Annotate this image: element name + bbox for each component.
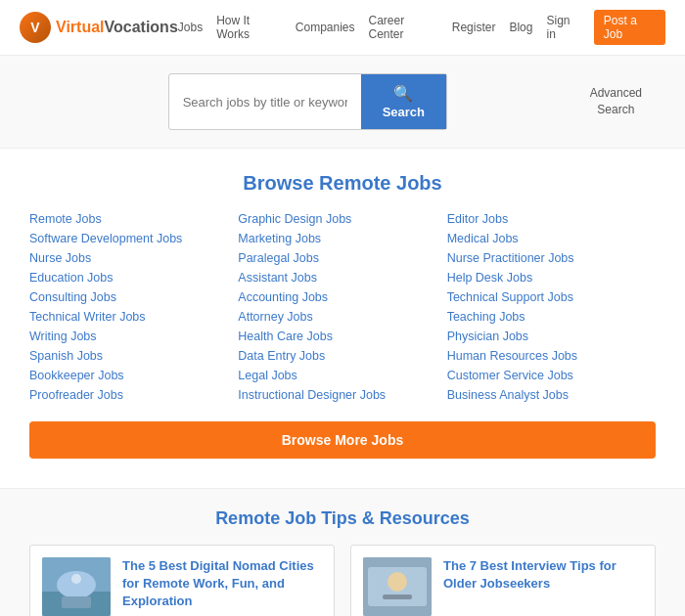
list-item[interactable]: Human Resources Jobs [447, 349, 656, 363]
nav-career-center[interactable]: Career Center [369, 14, 438, 41]
tips-grid: The 5 Best Digital Nomad Cities for Remo… [29, 545, 656, 616]
svg-point-4 [71, 574, 81, 584]
list-item[interactable]: Customer Service Jobs [447, 369, 656, 382]
list-item[interactable]: Accounting Jobs [238, 290, 446, 304]
list-item[interactable]: Technical Support Jobs [447, 290, 656, 304]
list-item[interactable]: Consulting Jobs [29, 290, 238, 304]
jobs-col-2: Graphic Design Jobs Marketing Jobs Paral… [238, 212, 446, 402]
tip-card-1[interactable]: The 5 Best Digital Nomad Cities for Remo… [29, 545, 335, 616]
list-item[interactable]: Nurse Jobs [29, 251, 238, 265]
browse-section: Browse Remote Jobs Remote Jobs Software … [0, 149, 685, 488]
tips-title: Remote Job Tips & Resources [29, 508, 656, 529]
list-item[interactable]: Marketing Jobs [238, 232, 446, 245]
list-item[interactable]: Proofreader Jobs [29, 388, 238, 402]
list-item[interactable]: Medical Jobs [447, 232, 656, 245]
tip-title-1: The 5 Best Digital Nomad Cities for Remo… [122, 557, 322, 611]
nav-register[interactable]: Register [452, 21, 496, 34]
list-item[interactable]: Technical Writer Jobs [29, 310, 238, 324]
list-item[interactable]: Remote Jobs [29, 212, 238, 226]
logo[interactable]: V VirtualVocations [20, 12, 178, 43]
list-item[interactable]: Bookkeeper Jobs [29, 369, 238, 382]
list-item[interactable]: Editor Jobs [447, 212, 656, 226]
list-item[interactable]: Data Entry Jobs [238, 349, 446, 363]
tip-thumb-1 [42, 557, 111, 616]
list-item[interactable]: Paralegal Jobs [238, 251, 446, 265]
list-item[interactable]: Graphic Design Jobs [238, 212, 446, 226]
search-section: 🔍 Search Advanced Search [0, 56, 685, 149]
list-item[interactable]: Business Analyst Jobs [447, 388, 656, 402]
jobs-grid: Remote Jobs Software Development Jobs Nu… [29, 212, 656, 402]
tip-card-2[interactable]: The 7 Best Interview Tips for Older Jobs… [350, 545, 656, 616]
nav-sign-in[interactable]: Sign in [546, 14, 579, 41]
nav-blog[interactable]: Blog [509, 21, 532, 34]
list-item[interactable]: Health Care Jobs [238, 330, 446, 343]
tips-section: Remote Job Tips & Resources The 5 Best D… [0, 488, 685, 616]
search-button-label: Search [383, 105, 425, 119]
tip-thumb-2 [363, 557, 432, 616]
list-item[interactable]: Software Development Jobs [29, 232, 238, 245]
list-item[interactable]: Physician Jobs [447, 330, 656, 343]
list-item[interactable]: Help Desk Jobs [447, 271, 656, 285]
search-wrapper: 🔍 Search Advanced Search [39, 73, 646, 130]
list-item[interactable]: Nurse Practitioner Jobs [447, 251, 656, 265]
svg-rect-8 [383, 594, 412, 599]
tip-title-2: The 7 Best Interview Tips for Older Jobs… [443, 557, 643, 593]
jobs-col-1: Remote Jobs Software Development Jobs Nu… [29, 212, 238, 402]
browse-title: Browse Remote Jobs [29, 172, 656, 195]
list-item[interactable]: Teaching Jobs [447, 310, 656, 324]
search-input[interactable] [169, 74, 361, 129]
logo-icon: V [20, 12, 51, 43]
main-nav: Jobs How It Works Companies Career Cente… [178, 10, 665, 45]
list-item[interactable]: Education Jobs [29, 271, 238, 285]
svg-point-7 [388, 572, 407, 592]
site-header: V VirtualVocations Jobs How It Works Com… [0, 0, 685, 56]
list-item[interactable]: Attorney Jobs [238, 310, 446, 324]
list-item[interactable]: Spanish Jobs [29, 349, 238, 363]
list-item[interactable]: Legal Jobs [238, 369, 446, 382]
search-icon: 🔍 [393, 84, 413, 103]
jobs-col-3: Editor Jobs Medical Jobs Nurse Practitio… [447, 212, 656, 402]
search-bar: 🔍 Search [168, 73, 447, 130]
list-item[interactable]: Writing Jobs [29, 330, 238, 343]
nav-companies[interactable]: Companies [296, 21, 355, 34]
list-item[interactable]: Assistant Jobs [238, 271, 446, 285]
browse-more-button[interactable]: Browse More Jobs [29, 421, 656, 459]
nav-post-job[interactable]: Post a Job [594, 10, 665, 45]
logo-text: VirtualVocations [56, 19, 178, 36]
nav-how-it-works[interactable]: How It Works [216, 14, 282, 41]
nav-jobs[interactable]: Jobs [178, 21, 203, 34]
search-button[interactable]: 🔍 Search [361, 74, 446, 129]
svg-rect-3 [62, 596, 91, 608]
list-item[interactable]: Instructional Designer Jobs [238, 388, 446, 402]
advanced-search-link[interactable]: Advanced Search [586, 85, 646, 118]
